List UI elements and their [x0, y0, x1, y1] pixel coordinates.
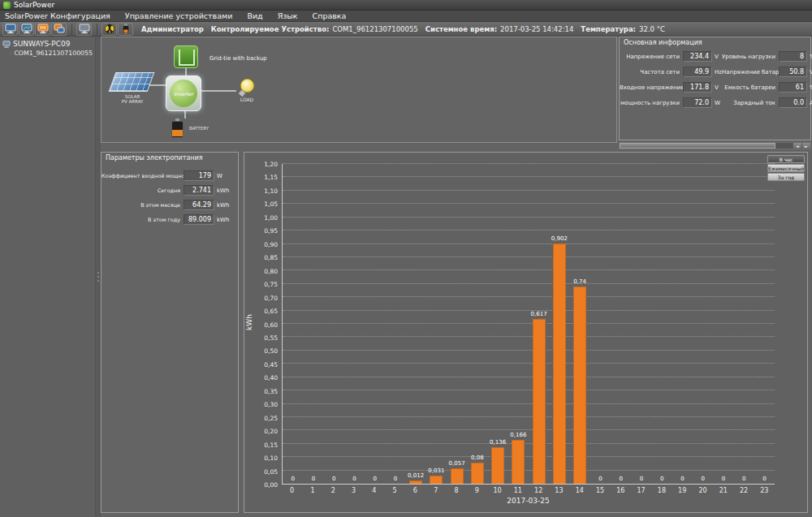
x-tick-label: 6 [405, 487, 425, 494]
field-unit: kWh [214, 187, 236, 194]
y-tick-label: 0,85 [264, 254, 278, 261]
bar-slot: 0 [385, 164, 405, 484]
field-label: Сегодня [102, 187, 184, 194]
chart-plot: 0000000,0120,0310,0570,080,1360,1660,617… [282, 164, 775, 485]
x-tick-label: 21 [713, 487, 733, 494]
y-tick-label: 1,05 [264, 200, 278, 208]
splitter-dot [97, 280, 99, 282]
chart-bar [491, 447, 504, 484]
device-config-button[interactable] [35, 23, 50, 36]
panel-button[interactable] [76, 23, 92, 36]
bar-slot: 0 [324, 164, 344, 484]
bar-slot: 0 [693, 164, 713, 484]
x-tick-label: 1 [302, 487, 322, 494]
x-tick-label: 19 [672, 487, 693, 494]
bar-value-label: 0 [680, 476, 684, 482]
field-label: Уровень нагрузки [722, 54, 779, 60]
x-tick-label: 4 [364, 487, 384, 494]
status-temp-value: 32.0 °C [639, 25, 665, 33]
bar-value-label: 0 [394, 476, 397, 482]
bar-slot: 0 [713, 164, 733, 484]
chart-range-button-monthly[interactable]: Ежемесячный [767, 164, 805, 172]
field-label: Зарядный ток [722, 100, 779, 106]
bar-slot: 0,902 [549, 164, 569, 484]
energy-today-value: 2.741 [184, 185, 214, 196]
chart-range-button-yearly[interactable]: За год [767, 173, 805, 181]
menu-device-management[interactable]: Управление устройствами [125, 11, 233, 20]
x-tick-label: 7 [425, 487, 446, 494]
battery-node: BATTERY [170, 118, 185, 139]
y-tick-label: 0,90 [264, 240, 278, 248]
energy-year-value: 89.009 [184, 214, 214, 225]
energy-chart-panel: В час Ежемесячный За год kWh 0,000,050,1… [244, 152, 808, 513]
field-unit: % [807, 84, 812, 91]
battery-band [172, 130, 183, 136]
scrollbar-thumb[interactable] [620, 143, 775, 149]
field-unit: A [807, 100, 812, 106]
bar-slot: 0,74 [570, 164, 590, 484]
status-user: Администратор [141, 25, 204, 33]
bar-slot: 0,136 [488, 164, 508, 484]
x-tick-label: 14 [569, 487, 590, 494]
bar-slot: 0 [652, 164, 672, 484]
tree-item-device[interactable]: COM1_96121307100055 [0, 49, 95, 58]
menu-configuration[interactable]: SolarPower Конфигурация [5, 11, 110, 20]
monitor-button[interactable] [2, 23, 18, 36]
battery-capacity-value: 61 [779, 82, 807, 93]
y-tick-label: 0,65 [264, 308, 278, 315]
title-bar: SolarPower [0, 0, 812, 11]
bar-value-label: 0 [619, 476, 622, 482]
y-tick-label: 0,50 [264, 347, 278, 355]
tree-root-label: SUNWAYS-PC09 [13, 40, 71, 48]
bar-value-label: 0,057 [449, 460, 465, 467]
inverter-node: Inverter [166, 75, 201, 111]
scroll-right-button[interactable]: ► [801, 143, 810, 149]
monitor-chart-icon [21, 24, 32, 34]
y-tick-label: 1,00 [264, 213, 278, 221]
bar-slot: 0,166 [508, 164, 529, 484]
y-tick-label: 1,15 [264, 174, 278, 181]
field-label: Напряжение батареи [722, 69, 779, 75]
field-unit: V [807, 69, 812, 75]
field-label: В этом месяце [102, 202, 184, 209]
device-sync-button[interactable] [51, 23, 67, 36]
menu-language[interactable]: Язык [278, 11, 298, 20]
tree-item-root[interactable]: SUNWAYS-PC09 [0, 39, 95, 49]
field-unit: kWh [214, 217, 236, 223]
menu-help[interactable]: Справка [313, 11, 347, 20]
monitor-chart-button[interactable] [19, 23, 34, 36]
x-tick-label: 8 [446, 487, 466, 494]
y-tick-label: 0,25 [264, 414, 278, 421]
chart-range-button-hourly[interactable]: В час [767, 155, 805, 163]
radiation-icon [104, 24, 115, 34]
y-tick-label: 0,40 [264, 374, 278, 381]
computer-icon [2, 41, 11, 48]
y-tick-label: 1,10 [264, 187, 278, 194]
bar-slot: 0 [303, 164, 323, 484]
horizontal-scrollbar[interactable]: ◄ ► [619, 142, 811, 149]
bar-value-label: 0 [762, 476, 766, 482]
device-sync-icon [54, 24, 65, 34]
bar-value-label: 0,166 [510, 432, 526, 438]
bar-value-label: 0 [640, 476, 643, 482]
alarm-button[interactable] [102, 23, 117, 36]
pv-input-voltage-value: 171.8 [683, 82, 712, 93]
x-tick-label: 5 [384, 487, 404, 494]
scrollbar-track[interactable] [775, 143, 793, 149]
field-label: Коэффициент входной мощности PV [102, 173, 184, 179]
y-tick-label: 0,35 [264, 387, 278, 394]
menu-view[interactable]: Вид [247, 11, 262, 20]
toolbar: Администратор Контролируемое Устройство:… [0, 22, 812, 37]
y-tick-label: 0,10 [264, 455, 278, 462]
grid-icon [174, 45, 198, 68]
battery-log-button[interactable] [118, 23, 133, 36]
battery-voltage-value: 50.8 [779, 67, 807, 77]
power-parameters-panel: Параметры электропитания Коэффициент вхо… [101, 152, 239, 513]
status-time-value: 2017-03-25 14:42:14 [500, 25, 573, 33]
wire-grid-inverter [185, 68, 187, 75]
scroll-left-button[interactable]: ◄ [793, 143, 801, 149]
y-tick-label: 0,00 [264, 481, 278, 489]
battery-icon [120, 24, 132, 34]
device-tree-panel: SUNWAYS-PC09 COM1_96121307100055 [0, 37, 96, 517]
menu-bar: SolarPower Конфигурация Управление устро… [0, 11, 812, 22]
